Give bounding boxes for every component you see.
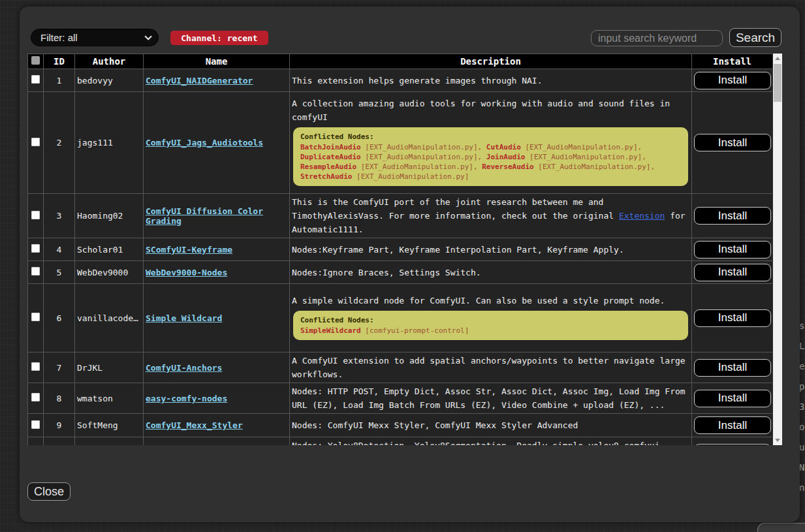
search-input[interactable] — [591, 30, 723, 46]
partial-background-button — [757, 523, 805, 532]
cell-description: A simple wildcard node for ComfyUI. Can … — [290, 284, 692, 352]
extension-name-link[interactable]: ComfyUI_NAIDGenerator — [146, 76, 253, 86]
row-checkbox[interactable] — [31, 211, 40, 219]
cell-author: bedovyy — [75, 69, 144, 92]
select-all-checkbox[interactable] — [31, 56, 40, 65]
row-checkbox[interactable] — [31, 420, 40, 429]
cell-author: wmatson — [75, 383, 144, 414]
cell-author: Haoming02 — [75, 194, 144, 238]
conflicted-nodes-box: Conflicted Nodes:BatchJoinAudio [EXT_Aud… — [293, 127, 688, 186]
row-checkbox[interactable] — [31, 267, 40, 275]
conflicted-nodes-box: Conflicted Nodes:SimpleWildcard [comfyui… — [293, 311, 688, 340]
cell-description: Nodes: HTTP POST, Empty Dict, Assoc Str,… — [290, 383, 692, 414]
cell-description: This is the ComfyUI port of the joint re… — [290, 194, 692, 238]
scroll-down-arrow[interactable] — [773, 435, 782, 445]
cell-author: SoftMeng — [75, 414, 144, 437]
background-text-fragments: s L e p 3 o u N n — [799, 316, 805, 498]
column-header-id: ID — [44, 54, 75, 69]
cell-id: 5 — [44, 261, 75, 284]
table-row: 10zcfrank1stComfyUI Yolov8Nodes: Yolov8D… — [28, 437, 773, 446]
extensions-table: ID Author Name Description Install 1bedo… — [27, 54, 772, 445]
channel-button[interactable]: Channel: recent — [170, 31, 268, 45]
cell-description: A ComfyUI extension to add spatial ancho… — [290, 352, 692, 383]
install-button[interactable]: Install — [694, 241, 771, 258]
row-checkbox[interactable] — [31, 393, 40, 401]
table-scrollbar[interactable] — [773, 54, 782, 445]
table-header-row: ID Author Name Description Install — [28, 54, 773, 69]
custom-nodes-manager-dialog: Filter: all Channel: recent Search ID Au… — [20, 7, 800, 522]
chevron-down-icon — [144, 33, 151, 40]
install-button[interactable]: Install — [694, 390, 771, 407]
cell-id: 2 — [44, 92, 75, 194]
install-button[interactable]: Install — [694, 416, 771, 434]
comfyui-canvas: { "page": { "background_fragments": ["s"… — [0, 0, 805, 532]
table-row: 4Scholar01SComfyUI-KeyframeNodes:Keyfram… — [28, 238, 773, 261]
install-button[interactable]: Install — [694, 207, 771, 225]
table-row: 6vanillacode…Simple WildcardA simple wil… — [28, 284, 773, 352]
install-button[interactable]: Install — [694, 309, 771, 327]
search-button[interactable]: Search — [729, 28, 781, 47]
install-button[interactable]: Install — [694, 134, 771, 151]
table-row: 7DrJKLComfyUI-AnchorsA ComfyUI extension… — [28, 352, 773, 383]
scrollbar-thumb[interactable] — [774, 64, 781, 102]
cell-id: 1 — [44, 69, 75, 92]
cell-author: Scholar01 — [75, 238, 144, 261]
cell-author: DrJKL — [75, 352, 144, 383]
cell-author: jags111 — [75, 92, 144, 194]
cell-description: Nodes: Yolov8Detection, Yolov8Segmentati… — [290, 437, 692, 446]
cell-id: 10 — [44, 437, 75, 446]
row-checkbox[interactable] — [31, 313, 40, 321]
description-link[interactable]: Extension — [619, 211, 665, 221]
install-button[interactable]: Install — [694, 359, 771, 377]
column-header-author: Author — [75, 54, 144, 69]
extension-name-link[interactable]: ComfyUI_Jags_Audiotools — [146, 138, 263, 148]
extension-name-link[interactable]: Simple Wildcard — [146, 313, 222, 323]
extension-name-link[interactable]: SComfyUI-Keyframe — [146, 245, 232, 255]
cell-author: WebDev9000 — [75, 261, 144, 284]
table-row: 9SoftMengComfyUI_Mexx_StylerNodes: Comfy… — [28, 414, 773, 437]
extension-name-link[interactable]: ComfyUI_Mexx_Styler — [146, 420, 243, 430]
extension-name-link[interactable]: easy-comfy-nodes — [146, 394, 227, 403]
column-header-description: Description — [290, 54, 692, 69]
column-header-name: Name — [144, 54, 290, 69]
cell-id: 8 — [44, 383, 75, 414]
install-button[interactable]: Install — [694, 444, 771, 446]
extension-name-link[interactable]: ComfyUI Diffusion Color Grading — [146, 206, 263, 226]
cell-id: 9 — [44, 414, 75, 437]
table-row: 5WebDev9000WebDev9000-NodesNodes:Ignore … — [28, 261, 773, 284]
cell-description: This extension helps generate images thr… — [290, 69, 692, 92]
table-row: 8wmatsoneasy-comfy-nodesNodes: HTTP POST… — [28, 383, 773, 414]
cell-description: Nodes: ComfyUI Mexx Styler, ComfyUI Mexx… — [290, 414, 692, 437]
table-row: 1bedovyyComfyUI_NAIDGeneratorThis extens… — [28, 69, 773, 92]
cell-id: 3 — [44, 194, 75, 238]
scroll-up-arrow[interactable] — [773, 54, 782, 63]
cell-id: 4 — [44, 238, 75, 261]
extension-name-link[interactable]: ComfyUI-Anchors — [146, 363, 222, 373]
row-checkbox[interactable] — [31, 138, 40, 146]
cell-description: Nodes:Ignore Braces, Settings Switch. — [290, 261, 692, 284]
filter-select-value: Filter: all — [40, 32, 78, 43]
column-header-install: Install — [692, 54, 773, 69]
table-body: 1bedovyyComfyUI_NAIDGeneratorThis extens… — [28, 69, 773, 446]
close-button[interactable]: Close — [27, 482, 71, 501]
row-checkbox[interactable] — [31, 244, 40, 253]
cell-description: Nodes:Keyframe Part, Keyframe Interpolat… — [290, 238, 692, 261]
cell-id: 7 — [44, 352, 75, 383]
filter-select[interactable]: Filter: all — [31, 29, 159, 46]
table-row: 3Haoming02ComfyUI Diffusion Color Gradin… — [28, 194, 773, 238]
table-row: 2jags111ComfyUI_Jags_AudiotoolsA collect… — [28, 92, 773, 194]
row-checkbox[interactable] — [31, 362, 40, 371]
install-button[interactable]: Install — [694, 72, 771, 89]
cell-description: A collection amazing audio tools for wor… — [290, 92, 692, 194]
cell-author: zcfrank1st — [75, 437, 144, 446]
row-checkbox[interactable] — [31, 75, 40, 84]
extension-name-link[interactable]: WebDev9000-Nodes — [146, 268, 227, 277]
cell-author: vanillacode… — [75, 284, 144, 352]
install-button[interactable]: Install — [694, 264, 771, 281]
cell-id: 6 — [44, 284, 75, 352]
